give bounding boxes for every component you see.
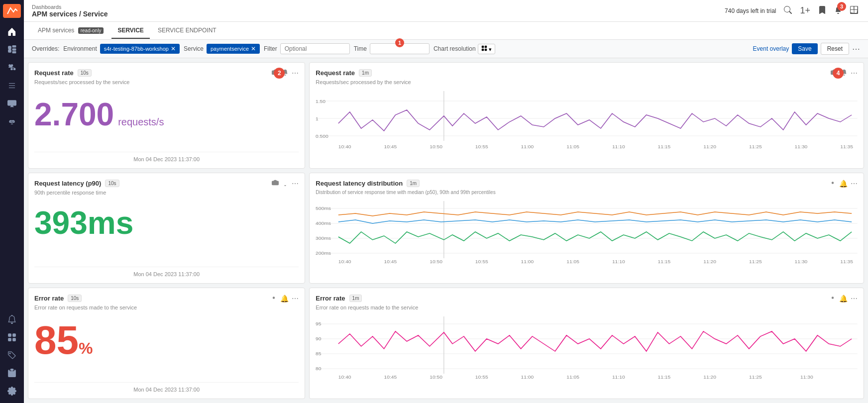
time-step-badge: 1 <box>395 38 404 47</box>
svg-text:11:35: 11:35 <box>841 144 854 149</box>
tab-service[interactable]: SERVICE <box>111 23 149 39</box>
request-latency-value: 393ms <box>34 205 133 240</box>
splunk-logo[interactable] <box>3 4 21 18</box>
latency-chart-actions: 🔔 ⋯ <box>829 179 858 188</box>
svg-text:500ms: 500ms <box>316 206 331 211</box>
error-rate-interval: 10s <box>68 295 82 302</box>
request-latency-chart-title: Request latency distribution <box>316 180 403 187</box>
layout-button[interactable] <box>848 4 860 18</box>
svg-text:10:45: 10:45 <box>384 144 397 149</box>
sidebar-list-icon[interactable] <box>3 78 21 94</box>
svg-text:10:45: 10:45 <box>384 375 397 380</box>
sidebar-hierarchy-icon[interactable] <box>3 60 21 76</box>
error-chart-more-button[interactable]: ⋯ <box>851 294 858 302</box>
svg-text:11:20: 11:20 <box>704 375 717 380</box>
svg-text:11:05: 11:05 <box>567 375 580 380</box>
svg-text:11:15: 11:15 <box>658 144 671 149</box>
topbar-actions: 1+ 3 <box>782 3 860 18</box>
notification-badge: 3 <box>837 2 846 11</box>
error-rate-chart-area: 95 90 85 80 % 10:40 10:45 10:50 10:55 11… <box>316 316 858 393</box>
error-alert-button[interactable]: 🔔 <box>280 294 289 302</box>
request-latency-metric-card: Request latency (p90) 10s ⋯ 90th percent… <box>28 173 305 284</box>
request-rate-chart-card: Request rate 1m ⋯ 4 Requests/sec process… <box>309 62 864 169</box>
svg-text:11:30: 11:30 <box>795 144 808 149</box>
latency-alert-button[interactable] <box>282 179 289 188</box>
sidebar-settings-icon[interactable] <box>3 383 21 399</box>
sidebar-home-icon[interactable] <box>3 24 21 40</box>
request-rate-chart-subtitle: Requests/sec processed by the service <box>316 79 858 85</box>
sidebar-bell-icon[interactable] <box>3 311 21 327</box>
add-button[interactable]: 1+ <box>798 3 812 18</box>
chart-resolution-button[interactable]: ▾ <box>478 44 495 54</box>
sidebar-clipboard-icon[interactable] <box>3 365 21 381</box>
error-rate-title: Error rate <box>34 295 64 302</box>
svg-text:11:30: 11:30 <box>795 259 808 264</box>
request-rate-subtitle: Requests/sec processed by the service <box>34 79 299 85</box>
latency-card-actions: ⋯ <box>272 179 299 188</box>
error-chart-screenshot-button[interactable] <box>829 294 836 302</box>
environment-close-icon[interactable]: ✕ <box>171 45 176 52</box>
breadcrumb-title: APM services / Service <box>32 10 108 18</box>
error-rate-timestamp: Mon 04 Dec 2023 11:37:00 <box>34 382 299 393</box>
environment-label: Environment <box>63 45 97 52</box>
filter-input[interactable] <box>280 43 350 54</box>
svg-text:300ms: 300ms <box>316 236 331 241</box>
error-more-button[interactable]: ⋯ <box>292 294 299 302</box>
error-chart-alert-button[interactable]: 🔔 <box>839 294 848 302</box>
search-button[interactable] <box>782 4 794 18</box>
sidebar-grid-icon[interactable] <box>3 329 21 345</box>
svg-text:10:50: 10:50 <box>430 375 443 380</box>
sidebar-apm-icon[interactable] <box>3 42 21 58</box>
latency-chart-screenshot-button[interactable] <box>829 179 836 188</box>
notification-wrapper: 3 <box>832 4 844 18</box>
request-latency-chart-area: 500ms 400ms 300ms 200ms 10:40 10:45 1 <box>316 201 858 277</box>
request-latency-subtitle: 90th percentile response time <box>34 190 299 196</box>
time-filter-group: Time -1h 1 <box>354 43 430 54</box>
latency-more-button[interactable]: ⋯ <box>292 179 299 188</box>
tab-apm-services[interactable]: APM services read-only <box>32 23 109 39</box>
svg-text:11:20: 11:20 <box>704 259 717 264</box>
request-rate-chart-interval: 1m <box>359 69 372 77</box>
svg-text:10:40: 10:40 <box>338 375 351 380</box>
tab-service-endpoint[interactable]: SERVICE ENDPOINT <box>152 23 222 39</box>
svg-text:11:25: 11:25 <box>749 259 762 264</box>
request-rate-value-container: 2.700 requests/s <box>34 89 299 136</box>
latency-screenshot-button[interactable] <box>272 179 279 188</box>
sidebar-robot-icon[interactable] <box>3 113 21 129</box>
latency-chart-more-button[interactable]: ⋯ <box>851 179 858 188</box>
save-button[interactable]: Save <box>792 43 817 54</box>
error-screenshot-button[interactable] <box>270 294 277 302</box>
svg-text:10:45: 10:45 <box>384 259 397 264</box>
request-rate-timestamp: Mon 04 Dec 2023 11:37:00 <box>34 152 299 162</box>
svg-text:11:25: 11:25 <box>749 375 762 380</box>
sidebar-tag-icon[interactable] <box>3 347 21 363</box>
request-latency-timestamp: Mon 04 Dec 2023 11:37:00 <box>34 267 299 277</box>
sidebar-monitor-icon[interactable] <box>3 96 21 111</box>
svg-text:10:55: 10:55 <box>475 259 488 264</box>
request-rate-chart-area: 1.50 1 0.500 10:40 10:45 10:50 10:55 11:… <box>316 91 858 162</box>
topbar-right: 740 days left in trial 1+ 3 <box>725 3 860 18</box>
svg-text:11:30: 11:30 <box>800 375 813 380</box>
service-close-icon[interactable]: ✕ <box>251 45 256 52</box>
environment-tag[interactable]: s4r-testing-87bb-workshop ✕ <box>100 44 180 54</box>
tab-bar: APM services read-only SERVICE SERVICE E… <box>24 22 868 40</box>
card-more-button[interactable]: ⋯ <box>292 69 299 77</box>
svg-text:10:40: 10:40 <box>338 259 351 264</box>
service-tag[interactable]: paymentservice ✕ <box>207 44 260 54</box>
request-latency-value-container: 393ms <box>34 200 299 244</box>
latency-chart-alert-button[interactable]: 🔔 <box>839 179 848 188</box>
reset-button[interactable]: Reset <box>821 43 849 55</box>
svg-text:1: 1 <box>316 116 319 121</box>
more-options-button[interactable]: ⋯ <box>852 44 860 54</box>
error-rate-subtitle: Error rate on requests made to the servi… <box>34 304 299 310</box>
svg-text:11:05: 11:05 <box>567 144 580 149</box>
error-rate-metric-card: Error rate 10s 🔔 ⋯ Error rate on request… <box>28 288 305 399</box>
event-overlay-button[interactable]: Event overlay <box>753 45 789 52</box>
chart-more-button[interactable]: ⋯ <box>851 69 858 77</box>
error-rate-chart-title: Error rate <box>316 295 345 302</box>
request-latency-header: Request latency (p90) 10s ⋯ <box>34 179 299 188</box>
request-latency-interval: 10s <box>105 180 119 187</box>
bookmark-button[interactable] <box>816 4 828 18</box>
filter-group: Filter <box>264 43 350 54</box>
svg-text:90: 90 <box>316 336 321 341</box>
